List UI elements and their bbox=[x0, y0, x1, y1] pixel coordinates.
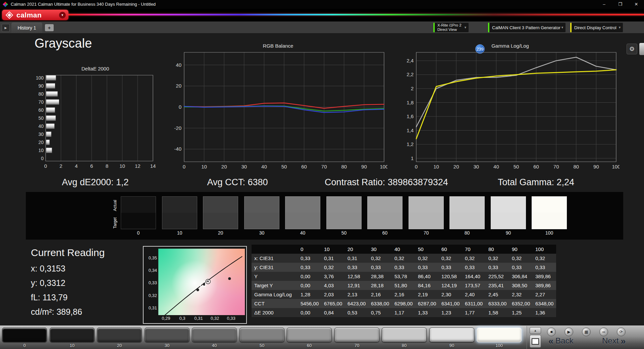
pattern-level-button-10[interactable] bbox=[50, 328, 95, 342]
grayscale-swatch-0 bbox=[121, 196, 156, 229]
pattern-level-button-50[interactable] bbox=[239, 328, 284, 342]
link-button[interactable]: ∞ bbox=[599, 328, 608, 336]
gear-icon[interactable]: ⚙ bbox=[627, 44, 637, 54]
meas-col-header-100: 100 bbox=[533, 245, 556, 254]
meas-cell: 164,40 bbox=[462, 272, 486, 281]
link-icon: ∞ bbox=[602, 330, 605, 334]
meas-cell: 86,40 bbox=[415, 272, 439, 281]
next-button[interactable]: Next» bbox=[602, 336, 628, 347]
stop-button[interactable]: ■ bbox=[547, 328, 556, 336]
pattern-level-button-70[interactable] bbox=[334, 328, 379, 342]
meas-col-header-60: 60 bbox=[439, 245, 462, 254]
save-button[interactable]: ▦ bbox=[582, 328, 591, 336]
svg-text:60: 60 bbox=[301, 164, 307, 169]
grayscale-swatch-20 bbox=[203, 196, 238, 229]
side-panel-handle[interactable] bbox=[639, 43, 644, 55]
meas-cell: 53,78 bbox=[392, 272, 415, 281]
pattern-level-button-100[interactable] bbox=[477, 328, 522, 342]
svg-text:1,6: 1,6 bbox=[407, 113, 414, 119]
meas-cell: 1,33 bbox=[415, 308, 439, 317]
pattern-level-button-30[interactable] bbox=[145, 328, 190, 342]
meas-cell: 0,33 bbox=[439, 263, 462, 272]
meas-row[interactable]: x: CIE310,330,310,310,320,320,320,320,32… bbox=[252, 254, 556, 263]
meas-row[interactable]: Gamma Log/Log1,282,032,132,162,162,192,3… bbox=[252, 290, 556, 299]
pattern-window-button[interactable] bbox=[530, 335, 541, 348]
meas-cell: 0,33 bbox=[509, 263, 533, 272]
meter-select[interactable]: X-Rite i1Pro 2 Direct View ▼ bbox=[433, 22, 469, 33]
grayscale-swatch-label: 90 bbox=[491, 230, 526, 236]
play-icon: ▶ bbox=[567, 330, 570, 334]
add-tab-button[interactable]: + bbox=[45, 24, 54, 31]
pattern-level-button-0[interactable] bbox=[2, 328, 47, 342]
deltae-chart-title: DeltaE 2000 bbox=[34, 65, 157, 72]
page-title: Grayscale bbox=[35, 36, 92, 51]
meas-row-label: x: CIE31 bbox=[252, 254, 298, 263]
svg-text:1,2: 1,2 bbox=[407, 141, 414, 147]
meas-row[interactable]: y: CIE310,330,320,330,330,330,330,330,33… bbox=[252, 263, 556, 272]
restore-icon[interactable]: ❐ bbox=[612, 0, 628, 9]
meas-cell: 6287,00 bbox=[415, 299, 439, 308]
calman-logo-menu[interactable]: calman ▼ bbox=[2, 10, 68, 20]
meas-row-label: Target Y bbox=[252, 281, 298, 290]
next-label: Next bbox=[602, 336, 619, 345]
back-button[interactable]: «Back bbox=[546, 336, 573, 347]
meas-cell: 4,03 bbox=[321, 281, 345, 290]
meas-cell: 173,57 bbox=[462, 281, 486, 290]
svg-text:90: 90 bbox=[361, 164, 367, 169]
cie-x-tick-label: 0,33 bbox=[224, 316, 238, 321]
meas-cell: 12,91 bbox=[345, 281, 368, 290]
pattern-level-label: 20 bbox=[97, 343, 142, 348]
panel-expander-icon[interactable]: ▶ bbox=[2, 24, 10, 32]
close-icon[interactable]: ✕ bbox=[629, 0, 644, 9]
play-button[interactable]: ▶ bbox=[565, 328, 573, 336]
meas-row[interactable]: Target Y0,004,0312,9128,1851,8084,16124,… bbox=[252, 281, 556, 290]
meas-row[interactable]: CCT5456,006765,006423,006338,006298,0062… bbox=[252, 299, 556, 308]
meas-cell: 389,86 bbox=[533, 281, 556, 290]
meas-cell: 0,32 bbox=[392, 254, 415, 263]
display-control-select[interactable]: Direct Display Control ▼ bbox=[570, 22, 623, 33]
cie-y-tick-label: 0,32 bbox=[144, 293, 157, 298]
svg-text:50: 50 bbox=[281, 164, 287, 169]
logo-dropdown-caret-icon[interactable]: ▼ bbox=[59, 12, 66, 18]
meas-cell: 0,33 bbox=[415, 263, 439, 272]
meas-cell: 0,53 bbox=[345, 308, 368, 317]
meas-corner-cell bbox=[252, 245, 298, 254]
pattern-level-button-90[interactable] bbox=[429, 328, 474, 342]
current-reading-cdm2: cd/m²: 389,86 bbox=[31, 307, 105, 317]
pattern-level-button-20[interactable] bbox=[97, 328, 142, 342]
meas-row-label: ΔE 2000 bbox=[252, 308, 298, 317]
meas-cell: 0,32 bbox=[368, 254, 392, 263]
tab-history-1[interactable]: History 1 bbox=[11, 22, 42, 33]
meas-col-header-70: 70 bbox=[462, 245, 486, 254]
meas-row-label: y: CIE31 bbox=[252, 263, 298, 272]
rgb-balance-chart: RGB Balance 010203040506070809010040200-… bbox=[169, 42, 387, 172]
svg-text:70: 70 bbox=[553, 164, 559, 169]
meas-cell: 308,50 bbox=[509, 281, 533, 290]
meas-row[interactable]: ΔE 20000,000,840,530,751,171,331,231,771… bbox=[252, 308, 556, 317]
minimize-icon[interactable]: – bbox=[596, 0, 612, 9]
gamma-chart: Gamma Log/Log 01020304050607080901002,42… bbox=[401, 42, 620, 172]
caret-up-icon[interactable]: ▲ bbox=[530, 327, 541, 334]
pattern-level-label: 70 bbox=[334, 343, 379, 348]
cie-y-tick-label: 0,34 bbox=[144, 268, 157, 273]
stat-avg-de2000: Avg dE2000: 1,2 bbox=[62, 177, 128, 188]
meas-cell: 1,77 bbox=[462, 308, 486, 317]
pattern-level-button-60[interactable] bbox=[287, 328, 332, 342]
window-title: Calman 2021 Calman Ultimate for Business… bbox=[11, 0, 156, 9]
meas-cell: 0,33 bbox=[486, 263, 509, 272]
calman-app-window: Calman 2021 Calman Ultimate for Business… bbox=[0, 0, 644, 349]
title-bar: Calman 2021 Calman Ultimate for Business… bbox=[0, 0, 644, 9]
meas-cell: 0,32 bbox=[321, 263, 345, 272]
meas-cell: 0,00 bbox=[298, 308, 321, 317]
pattern-source-select[interactable]: CalMAN Client 3 Pattern Generator ▼ bbox=[488, 22, 566, 33]
svg-text:2: 2 bbox=[60, 163, 62, 169]
refresh-button[interactable]: ⟳ bbox=[617, 328, 626, 336]
pattern-level-button-40[interactable] bbox=[192, 328, 237, 342]
pattern-level-button-80[interactable] bbox=[382, 328, 427, 342]
chevron-down-icon: ▼ bbox=[561, 26, 564, 29]
svg-text:2,4: 2,4 bbox=[407, 58, 414, 63]
svg-text:100: 100 bbox=[380, 164, 387, 169]
chevron-left-icon: « bbox=[548, 336, 553, 346]
svg-text:100: 100 bbox=[36, 75, 44, 81]
meas-row[interactable]: Y0,003,7612,5828,3853,7886,40120,58164,4… bbox=[252, 272, 556, 281]
